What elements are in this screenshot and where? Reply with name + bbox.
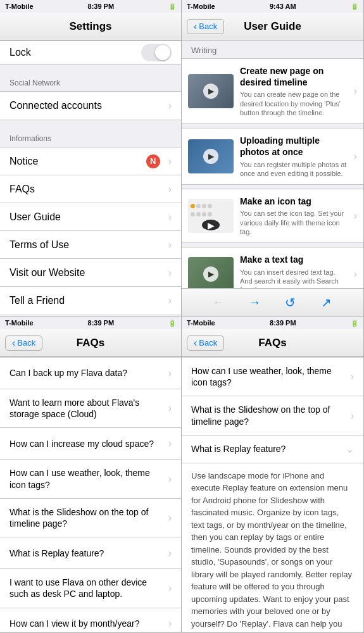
battery-icons-3: 🔋	[168, 320, 176, 327]
ug-desc-text-tag: You can insert desired text tag. And sea…	[240, 268, 348, 289]
faq-question-1: Want to learn more about Flava's storage…	[9, 397, 165, 420]
faq-right-question-1: What is the Slideshow on the top of time…	[191, 404, 348, 427]
nav-share-button[interactable]: ↗	[317, 292, 337, 313]
faq-question-2: How can I increase my cloud space?	[9, 438, 165, 449]
info-section-label: Informations	[0, 132, 181, 147]
chevron-icon: ›	[168, 211, 172, 223]
notice-item[interactable]: Notice N ›	[0, 147, 181, 175]
ug-text-text-tag: Make a text tag You can insert desired t…	[240, 254, 348, 288]
ug-item-icon-tag[interactable]: ▶ Make an icon tag You can set the icon …	[182, 189, 363, 243]
ug-item-create-page[interactable]: ▶ Create new page on desired timeline Yo…	[182, 58, 363, 124]
nav-back-button[interactable]: ←	[208, 292, 229, 313]
connected-accounts-label: Connected accounts	[9, 100, 165, 111]
faq-item-7[interactable]: How can I view it by month/year? ›	[0, 608, 181, 633]
chevron-icon: ›	[168, 548, 172, 559]
mini-dots	[191, 204, 212, 208]
user-guide-nav-bottom: ← → ↺ ↗	[182, 288, 363, 316]
ug-item-upload-photos[interactable]: ▶ Uploading multiple photos at once You …	[182, 128, 363, 185]
faqs-left-back-button[interactable]: Back	[5, 335, 42, 351]
nav-refresh-button[interactable]: ↺	[280, 292, 301, 313]
terms-item[interactable]: Terms of Use ›	[0, 231, 181, 259]
user-guide-back-button[interactable]: Back	[187, 19, 224, 34]
lock-item[interactable]: Lock	[0, 41, 181, 65]
faqs-right-scroll[interactable]: How can I use weather, look, theme icon …	[182, 357, 363, 632]
ug-desc-upload-photos: You can register multiple photos at once…	[240, 160, 348, 179]
ug-thumb-upload-photos: ▶	[188, 139, 234, 173]
connected-accounts-item[interactable]: Connected accounts ›	[0, 92, 181, 120]
ug-thumb-text-tag: ▶	[188, 257, 234, 288]
chevron-icon: ›	[351, 410, 354, 422]
faqs-right-back-button[interactable]: Back	[187, 335, 224, 351]
chevron-icon: ›	[354, 151, 357, 162]
carrier-1: T-Mobile	[5, 3, 34, 10]
ug-desc-icon-tag: You can set the icon tag. Set your vario…	[240, 209, 348, 236]
faq-item-1[interactable]: Want to learn more about Flava's storage…	[0, 389, 181, 428]
play-icon: ▶	[203, 84, 218, 99]
tell-friend-item[interactable]: Tell a Friend ›	[0, 287, 181, 315]
faq-right-item-2[interactable]: What is Replay feature? ⌄	[182, 436, 363, 463]
chevron-icon: ›	[354, 210, 357, 222]
faq-item-3[interactable]: How can I use weather, look, theme icon …	[0, 460, 181, 498]
user-guide-item[interactable]: User Guide ›	[0, 203, 181, 231]
faqs-right-title: FAQs	[258, 337, 286, 349]
faq-question-4: What is the Slideshow on the top of time…	[9, 506, 165, 529]
social-list: Connected accounts ›	[0, 91, 181, 120]
faqs-right-list: How can I use weather, look, theme icon …	[182, 357, 363, 632]
visit-website-label: Visit our Website	[9, 267, 165, 279]
user-guide-label: User Guide	[9, 211, 165, 223]
time-1: 8:39 PM	[88, 3, 115, 10]
faq-item-2[interactable]: How can I increase my cloud space? ›	[0, 428, 181, 460]
ug-title-icon-tag: Make an icon tag	[240, 196, 348, 207]
lock-label: Lock	[9, 47, 141, 58]
chevron-icon: ›	[168, 295, 172, 306]
faqs-left-nav-bar: Back FAQs	[0, 329, 181, 357]
social-section: Social Network Connected accounts ›	[0, 76, 181, 120]
status-bar-3: T-Mobile 8:39 PM 🔋	[0, 316, 181, 329]
notice-badge: N	[146, 154, 160, 168]
faq-right-item-0[interactable]: How can I use weather, look, theme icon …	[182, 358, 363, 396]
faqs-right-nav-bar: Back FAQs	[182, 329, 363, 357]
faq-question-7: How can I view it by month/year?	[9, 618, 165, 629]
chevron-icon: ›	[168, 184, 172, 195]
chevron-icon: ›	[168, 156, 172, 167]
ug-title-text-tag: Make a text tag	[240, 254, 348, 265]
user-guide-panel: T-Mobile 9:43 AM 🔋 Back User Guide Writi…	[182, 0, 364, 316]
faqs-left-scroll[interactable]: Can I back up my Flava data? › Want to l…	[0, 357, 181, 632]
faq-item-0[interactable]: Can I back up my Flava data? ›	[0, 358, 181, 389]
faq-item-6[interactable]: I want to use Flava on other device such…	[0, 569, 181, 608]
time-4: 8:39 PM	[270, 319, 296, 327]
play-icon: ▶	[202, 220, 220, 230]
battery-icons-4: 🔋	[351, 320, 358, 327]
faq-question-6: I want to use Flava on other device such…	[9, 577, 165, 599]
user-guide-scroll[interactable]: Writing ▶ Create new page on desired tim…	[182, 41, 363, 288]
settings-title: Settings	[69, 20, 111, 33]
settings-scroll[interactable]: Lock Social Network Connected accounts ›…	[0, 41, 181, 316]
status-bar-1: T-Mobile 8:39 PM 🔋	[0, 0, 181, 13]
version-text: Flava 2.3.2 (4300)	[0, 315, 181, 316]
ug-thumb-create-page: ▶	[188, 74, 234, 108]
faq-right-item-1[interactable]: What is the Slideshow on the top of time…	[182, 396, 363, 435]
chevron-icon: ›	[168, 368, 172, 379]
play-icon: ▶	[203, 149, 218, 164]
settings-nav-bar: Settings	[0, 13, 181, 41]
nav-forward-button[interactable]: →	[244, 292, 265, 313]
visit-website-item[interactable]: Visit our Website ›	[0, 259, 181, 287]
time-3: 8:39 PM	[88, 319, 115, 327]
chevron-down-icon: ⌄	[346, 443, 354, 455]
battery-icons-2: 🔋	[351, 3, 358, 10]
faq-item-4[interactable]: What is the Slideshow on the top of time…	[0, 499, 181, 537]
notice-label: Notice	[9, 156, 146, 167]
ug-item-text-tag[interactable]: ▶ Make a text tag You can insert desired…	[182, 247, 363, 288]
status-bar-2: T-Mobile 9:43 AM 🔋	[182, 0, 363, 13]
writing-section-label: Writing	[182, 41, 363, 58]
lock-toggle[interactable]	[141, 44, 172, 61]
faqs-label: FAQs	[9, 184, 165, 195]
chevron-icon: ›	[168, 512, 172, 523]
chevron-icon: ›	[168, 473, 172, 485]
ug-text-upload-photos: Uploading multiple photos at once You ca…	[240, 135, 348, 178]
faqs-item[interactable]: FAQs ›	[0, 175, 181, 203]
battery-icons-1: 🔋	[168, 3, 176, 10]
chevron-icon: ›	[168, 267, 172, 279]
faq-item-5[interactable]: What is Replay feature? ›	[0, 537, 181, 569]
faqs-left-title: FAQs	[77, 337, 104, 349]
